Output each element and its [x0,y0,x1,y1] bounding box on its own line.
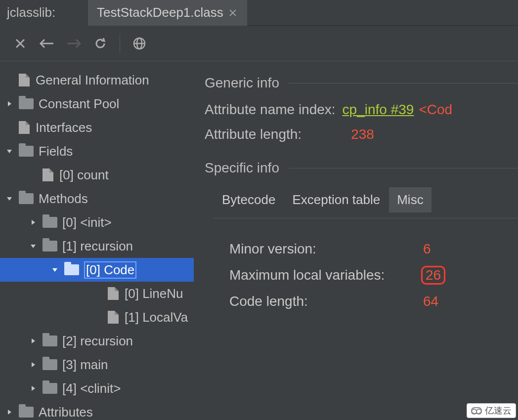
chevron-right-icon[interactable] [4,100,15,108]
file-icon [108,287,119,300]
toolbar [0,26,518,61]
chevron-down-icon[interactable] [4,147,15,155]
folder-icon [64,264,79,275]
svg-marker-13 [31,245,36,248]
tree-node-label: [0] count [59,168,109,183]
attribute-name-index-row: Attribute name index: cp_info #39 <Cod [205,102,518,118]
tree-node[interactable]: [3] main [0,353,194,377]
svg-marker-14 [52,268,57,272]
folder-icon [19,146,34,157]
specific-info-header: Specific info [205,160,518,176]
svg-marker-12 [32,220,35,225]
chevron-down-icon[interactable] [28,242,39,250]
attribute-name-index-tag: <Cod [419,102,452,118]
chevron-right-icon[interactable] [4,408,15,416]
tab-file[interactable]: TestStackDeep1.class [88,0,247,26]
folder-icon [43,336,57,346]
tree-node-label: [2] recursion [62,334,133,349]
detail-tab-exception-table[interactable]: Exception table [284,187,388,213]
attribute-name-index-label: Attribute name index: [205,102,336,118]
tree-node[interactable]: Fields [0,139,194,163]
tree-node[interactable]: Constant Pool [0,92,194,116]
folder-icon [19,98,34,109]
tree-node-label: Constant Pool [39,96,119,112]
tree-node-label: General Information [36,73,149,88]
browser-button[interactable] [126,26,153,61]
tree-node-label: [1] recursion [62,239,133,254]
tree-node[interactable]: [4] <clinit> [0,377,194,400]
chevron-down-icon[interactable] [4,195,15,203]
tree-node-label: [3] main [62,357,108,373]
code-length-value: 64 [423,294,438,309]
tree-node[interactable]: [0] LineNu [0,282,194,305]
folder-icon [43,359,57,370]
svg-marker-9 [8,101,11,106]
tree-node[interactable]: [0] Code [0,258,194,282]
tree-node[interactable]: Attributes [0,400,194,420]
svg-marker-11 [7,197,12,201]
folder-icon [43,241,57,252]
folder-icon [43,217,57,228]
tree-node-label: [4] <clinit> [62,381,121,396]
generic-info-header: Generic info [205,75,518,91]
chevron-right-icon[interactable] [28,337,39,345]
app-title: jclasslib: [0,0,88,26]
back-button[interactable] [34,26,60,61]
tree-node-label: Methods [39,191,88,207]
folder-icon [43,383,57,394]
detail-tab-bytecode[interactable]: Bytecode [214,187,284,213]
svg-marker-10 [7,150,12,153]
code-length-label: Code length: [229,294,423,309]
tab-close-icon[interactable] [227,7,238,18]
tree-node[interactable]: [0] <init> [0,210,194,234]
close-button[interactable] [7,26,34,61]
svg-marker-18 [8,410,11,415]
minor-version-value: 6 [423,241,431,257]
svg-marker-15 [32,338,35,343]
refresh-button[interactable] [87,26,114,61]
tree-node[interactable]: [2] recursion [0,329,194,353]
tree-node[interactable]: General Information [0,68,194,92]
file-icon [19,121,30,134]
misc-content: Minor version: 6 Maximum local variables… [214,218,518,309]
chevron-right-icon[interactable] [28,218,39,226]
chevron-right-icon[interactable] [28,384,39,392]
tree-node-label: [0] LineNu [125,286,183,301]
tree-node-label: Fields [39,144,73,159]
watermark: 亿速云 [467,403,516,418]
attribute-length-value: 238 [351,126,374,142]
file-icon [19,74,30,86]
chevron-right-icon[interactable] [28,361,39,369]
tree-node[interactable]: [1] recursion [0,234,194,258]
tree-node-label: Interfaces [36,120,92,135]
tab-label: TestStackDeep1.class [97,5,223,20]
attribute-name-index-link[interactable]: cp_info #39 [343,102,414,118]
svg-marker-17 [32,386,35,391]
tree-node-label: [1] LocalVa [125,310,188,325]
svg-marker-16 [32,362,35,367]
detail-panel: Generic info Attribute name index: cp_in… [194,61,518,420]
cloud-icon [471,407,482,414]
tree-node[interactable]: [0] count [0,163,194,187]
file-icon [43,168,53,181]
detail-tabs: BytecodeException tableMisc [214,187,518,213]
chevron-down-icon[interactable] [49,266,60,274]
max-local-variables-label: Maximum local variables: [229,267,421,283]
tree-node-label: [0] <init> [62,215,112,230]
tree-node-label: Attributes [39,405,93,420]
attribute-length-row: Attribute length: 238 [205,126,518,142]
title-bar: jclasslib: TestStackDeep1.class [0,0,518,26]
detail-tab-misc[interactable]: Misc [388,187,432,213]
forward-button[interactable] [60,26,87,61]
max-local-variables-value: 26 [421,266,445,285]
tree-panel: General InformationConstant PoolInterfac… [0,61,194,420]
toolbar-separator [120,34,120,53]
minor-version-label: Minor version: [229,241,423,257]
folder-icon [19,407,34,418]
folder-icon [19,193,34,204]
file-icon [108,311,119,324]
tree-node-label: [0] Code [84,261,136,279]
tree-node[interactable]: Methods [0,187,194,210]
tree-node[interactable]: [1] LocalVa [0,305,194,329]
tree-node[interactable]: Interfaces [0,116,194,139]
